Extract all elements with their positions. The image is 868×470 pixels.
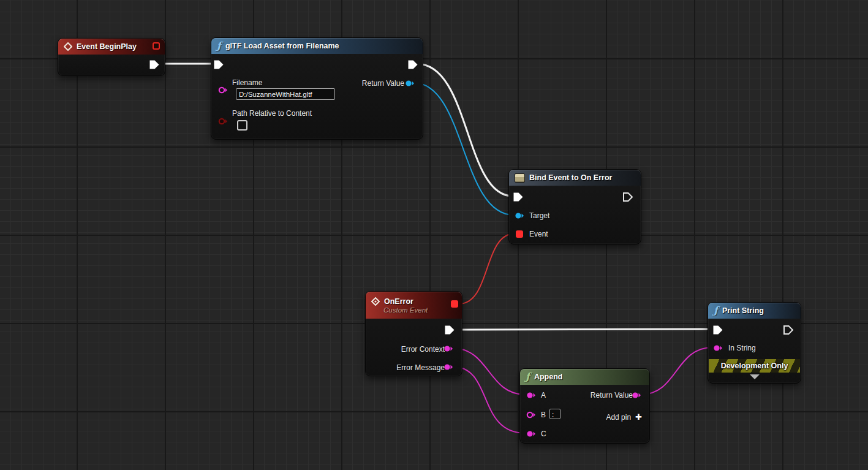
b-value-input[interactable] xyxy=(549,409,560,419)
node-gltf-load-asset[interactable]: ƒ glTF Load Asset from Filename Filename… xyxy=(211,37,423,140)
development-only-banner: Development Only xyxy=(709,359,800,373)
node-subtitle: Custom Event xyxy=(383,306,428,314)
pin-label-return-value: Return Value xyxy=(362,79,404,88)
pin-label-path-relative: Path Relative to Content xyxy=(232,109,312,118)
delegate-pin-unconnected[interactable] xyxy=(153,42,160,50)
pin-label-error-context: Error Context xyxy=(401,345,445,354)
exec-out-pin[interactable] xyxy=(444,325,455,335)
exec-out-pin[interactable] xyxy=(407,59,418,70)
wire-exec-onerror-to-printstring[interactable] xyxy=(454,329,712,330)
string-pin-filename-unconnected[interactable] xyxy=(218,86,228,94)
string-pin-c[interactable] xyxy=(526,430,536,438)
delegate-pin-onerror[interactable] xyxy=(451,300,458,308)
event-icon xyxy=(64,42,72,51)
custom-event-icon xyxy=(371,297,380,306)
node-header[interactable]: ƒ Print String xyxy=(708,303,801,319)
function-icon: ƒ xyxy=(217,42,221,50)
string-pin-error-message[interactable] xyxy=(443,363,453,371)
node-append[interactable]: ƒ Append A Return Value B Add pin ✚ C xyxy=(519,368,650,444)
node-bind-event-to-on-error[interactable]: Bind Event to On Error Target Event xyxy=(508,169,641,244)
node-header[interactable]: ƒ Append xyxy=(520,369,649,385)
node-title: Append xyxy=(534,373,563,381)
string-pin-return-value[interactable] xyxy=(632,391,641,400)
exec-out-pin-unconnected[interactable] xyxy=(783,325,794,335)
exec-in-pin[interactable] xyxy=(213,59,224,70)
node-onerror-custom-event[interactable]: OnError Custom Event Error Context Error… xyxy=(365,291,462,376)
wire-string-errorcontext-to-a[interactable] xyxy=(452,348,526,395)
node-print-string[interactable]: ƒ Print String In String Development Onl… xyxy=(708,302,801,384)
object-pin-target[interactable] xyxy=(515,211,524,220)
add-pin-label: Add pin xyxy=(606,413,631,422)
node-header[interactable]: Event BeginPlay xyxy=(58,39,165,55)
string-pin-b-unconnected[interactable] xyxy=(526,411,536,419)
node-header[interactable]: Bind Event to On Error xyxy=(509,170,641,186)
node-title: Bind Event to On Error xyxy=(529,173,612,182)
wire-string-append-to-instring[interactable] xyxy=(641,347,712,395)
wire-delegate-onerror-to-event[interactable] xyxy=(459,233,515,304)
node-header[interactable]: OnError Custom Event xyxy=(366,292,462,319)
pin-label-error-message: Error Message xyxy=(396,363,445,373)
pin-label-return-value: Return Value xyxy=(591,391,633,400)
bool-pin-unconnected[interactable] xyxy=(218,117,228,126)
pin-label-event: Event xyxy=(529,230,548,239)
node-title: glTF Load Asset from Filename xyxy=(225,42,339,50)
node-title: Print String xyxy=(722,306,764,315)
exec-in-pin[interactable] xyxy=(513,192,524,202)
string-pin-in-string[interactable] xyxy=(713,344,723,352)
add-pin-button[interactable]: Add pin ✚ xyxy=(606,412,642,422)
blueprint-graph-canvas[interactable]: Event BeginPlay ƒ glTF Load Asset from F… xyxy=(0,0,868,470)
plus-icon: ✚ xyxy=(635,412,642,422)
pin-label-filename: Filename xyxy=(232,78,262,88)
string-pin-a[interactable] xyxy=(526,391,536,400)
bind-event-icon xyxy=(515,173,525,183)
pin-label-c: C xyxy=(541,430,546,439)
exec-out-pin-unconnected[interactable] xyxy=(622,192,633,202)
wire-exec-gltf-to-bind[interactable] xyxy=(417,64,513,196)
development-only-label: Development Only xyxy=(721,362,788,370)
pin-label-target: Target xyxy=(529,211,549,221)
wire-object-returnvalue-to-target[interactable] xyxy=(413,83,514,215)
node-header[interactable]: ƒ glTF Load Asset from Filename xyxy=(211,38,423,54)
wire-string-errormessage-to-c[interactable] xyxy=(452,366,526,433)
function-icon: ƒ xyxy=(714,306,718,315)
exec-in-pin[interactable] xyxy=(712,325,723,335)
object-pin-return-value[interactable] xyxy=(405,79,415,88)
filename-input[interactable] xyxy=(236,88,335,100)
exec-out-pin[interactable] xyxy=(149,59,160,70)
path-relative-checkbox[interactable] xyxy=(237,120,247,131)
pin-label-in-string: In String xyxy=(728,344,756,353)
function-icon: ƒ xyxy=(526,373,530,381)
pin-label-a: A xyxy=(541,391,546,400)
pin-label-b: B xyxy=(541,411,546,420)
delegate-pin-event[interactable] xyxy=(516,230,523,238)
node-title: Event BeginPlay xyxy=(77,42,137,51)
string-pin-error-context[interactable] xyxy=(443,344,453,353)
node-title: OnError xyxy=(384,297,413,306)
node-event-beginplay[interactable]: Event BeginPlay xyxy=(58,38,165,76)
expand-advanced-icon[interactable] xyxy=(750,374,760,379)
